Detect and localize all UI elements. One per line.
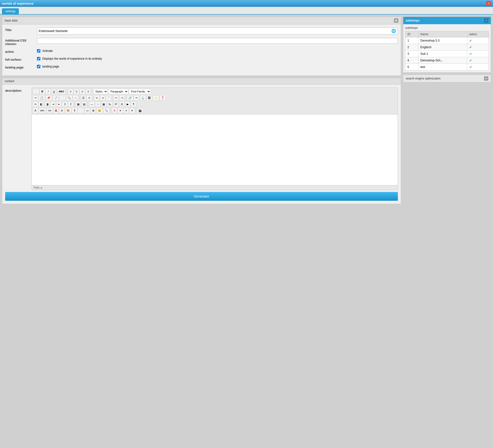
- landing-page-checkbox[interactable]: [37, 65, 40, 68]
- globe-icon: 🌐: [391, 29, 396, 33]
- paragraph-select[interactable]: Paragraph: [108, 89, 128, 94]
- strikethrough-button[interactable]: ABC: [57, 89, 66, 94]
- list-ul-button[interactable]: ☰: [81, 95, 86, 101]
- blockquote-button[interactable]: ": [106, 95, 111, 101]
- unlink2-button[interactable]: ✂: [134, 95, 139, 101]
- active-checkbox[interactable]: [37, 49, 40, 53]
- title-input[interactable]: [39, 29, 391, 33]
- arrow2-button[interactable]: ↥: [68, 101, 73, 107]
- paste-button[interactable]: 📌: [45, 95, 52, 101]
- full-surface-label: full surface:: [5, 57, 37, 61]
- indent3-button[interactable]: ⇤: [56, 101, 62, 107]
- separator-4: [93, 95, 93, 100]
- copy-button[interactable]: 📋: [39, 95, 45, 101]
- seo-panel: search engine optimization +: [403, 75, 491, 82]
- seo-expand-button[interactable]: +: [484, 76, 488, 81]
- replace-button[interactable]: ↔: [73, 95, 78, 101]
- color-button[interactable]: 🎨: [65, 108, 71, 113]
- bold-button[interactable]: B: [40, 89, 45, 94]
- page-button[interactable]: 📄: [78, 108, 84, 113]
- align-left-button[interactable]: ≡: [68, 89, 73, 94]
- cell-select[interactable]: ✔: [467, 51, 489, 57]
- align3-button[interactable]: ▾: [129, 108, 135, 113]
- table-button[interactable]: ▦: [76, 101, 81, 107]
- description-label: description:: [5, 88, 30, 92]
- smiley-button[interactable]: 😊: [96, 108, 103, 113]
- table-row: 3 Sub 1 ✔: [405, 51, 489, 57]
- unlink-button[interactable]: 🔗: [127, 95, 133, 101]
- cut-button[interactable]: ✂: [33, 95, 38, 101]
- big-text-button[interactable]: A: [53, 108, 59, 113]
- active-label: active:: [5, 49, 37, 54]
- help-button[interactable]: ❓: [159, 95, 166, 101]
- align-center-button[interactable]: ≡: [74, 89, 79, 94]
- zoom-button[interactable]: 🔍: [103, 108, 110, 113]
- tab-settings[interactable]: settings: [2, 8, 19, 14]
- hr-button[interactable]: —: [89, 101, 95, 107]
- align-right-button[interactable]: ≡: [80, 89, 85, 94]
- iframe-button[interactable]: ▭: [85, 108, 90, 113]
- cite-button[interactable]: cite: [46, 108, 53, 113]
- paste-word-button[interactable]: 📄: [59, 95, 66, 101]
- para-button[interactable]: ¶: [72, 108, 77, 113]
- small-text-button[interactable]: A: [59, 108, 65, 113]
- iframe2-button[interactable]: ⊞: [90, 108, 96, 113]
- table2-button[interactable]: ▤: [81, 101, 87, 107]
- italic-button[interactable]: I: [45, 89, 51, 94]
- arrow3-button[interactable]: ▶: [125, 101, 130, 107]
- redo-button[interactable]: ↪: [119, 95, 125, 101]
- find-button[interactable]: 🔍: [66, 95, 72, 101]
- media-button[interactable]: 🎬: [137, 108, 143, 113]
- font-size-button[interactable]: A: [33, 108, 38, 113]
- close-button[interactable]: ×: [486, 1, 491, 6]
- subshops-collapse-button[interactable]: −: [484, 18, 488, 23]
- font-color-button[interactable]: A: [112, 108, 117, 113]
- superscript-button[interactable]: X²: [113, 101, 119, 107]
- pagebreak-button[interactable]: ○: [95, 101, 101, 107]
- indent2-button[interactable]: ⇥: [50, 101, 56, 107]
- new-doc-button[interactable]: 📄: [33, 89, 39, 94]
- flash-button[interactable]: ✨: [153, 95, 159, 101]
- css-classes-input[interactable]: [39, 39, 396, 43]
- cell-select[interactable]: ✔: [467, 57, 489, 64]
- show-blocks-button[interactable]: ¶: [131, 101, 136, 107]
- align-justify-button[interactable]: ≡: [86, 89, 91, 94]
- col-id-header: ID: [405, 31, 418, 37]
- indent-button[interactable]: ⇒: [100, 95, 105, 101]
- image-button[interactable]: 🖼: [146, 95, 152, 101]
- font-family-select[interactable]: Font Family: [129, 89, 151, 94]
- arrow1-button[interactable]: ↧: [62, 101, 67, 107]
- cell-select[interactable]: ✔: [467, 44, 489, 51]
- base-data-collapse-button[interactable]: ▼: [394, 18, 398, 23]
- main-layout: base data ▼ Title: 🌐 Additional C: [0, 15, 493, 206]
- styles-select[interactable]: Styles: [93, 89, 108, 94]
- cell-id: 4: [405, 57, 418, 64]
- subshops-body: subshops ID Name select 1 Demoshop 5.3 ✔…: [403, 24, 491, 72]
- landing-page-label: landing page:: [5, 65, 37, 69]
- editor-area[interactable]: [32, 114, 398, 185]
- full-surface-checkbox[interactable]: [37, 57, 40, 60]
- cell-id: 1: [405, 37, 418, 44]
- underline-button[interactable]: U: [51, 89, 57, 94]
- paste-text-button[interactable]: 📝: [52, 95, 59, 101]
- edit-button[interactable]: ✏: [33, 101, 38, 107]
- subscript-button[interactable]: X₂: [107, 101, 112, 107]
- abbr-button[interactable]: abbr: [39, 108, 46, 113]
- font-color-down-button[interactable]: ▾: [118, 108, 123, 113]
- anchor-button[interactable]: ⚓: [140, 95, 146, 101]
- list-ol-button[interactable]: ≡: [87, 95, 92, 101]
- full-surface-checkbox-row: Displays the world of experience in its …: [37, 57, 398, 60]
- table3-button[interactable]: ▦: [101, 101, 106, 107]
- cell-name: test: [418, 64, 467, 70]
- undo-button[interactable]: ↩: [113, 95, 119, 101]
- content-header: content: [2, 78, 401, 85]
- align2-button[interactable]: ≡: [123, 108, 129, 113]
- editor-content[interactable]: [32, 114, 398, 185]
- special-chars-button[interactable]: Ω: [119, 101, 124, 107]
- col-left-button[interactable]: ◧: [39, 101, 44, 107]
- generator-button[interactable]: Generator: [5, 192, 398, 201]
- outdent-button[interactable]: ⇐: [94, 95, 100, 101]
- cell-select[interactable]: ✔: [467, 64, 489, 70]
- col-right-button[interactable]: ◨: [45, 101, 50, 107]
- cell-select[interactable]: ✔: [467, 37, 489, 44]
